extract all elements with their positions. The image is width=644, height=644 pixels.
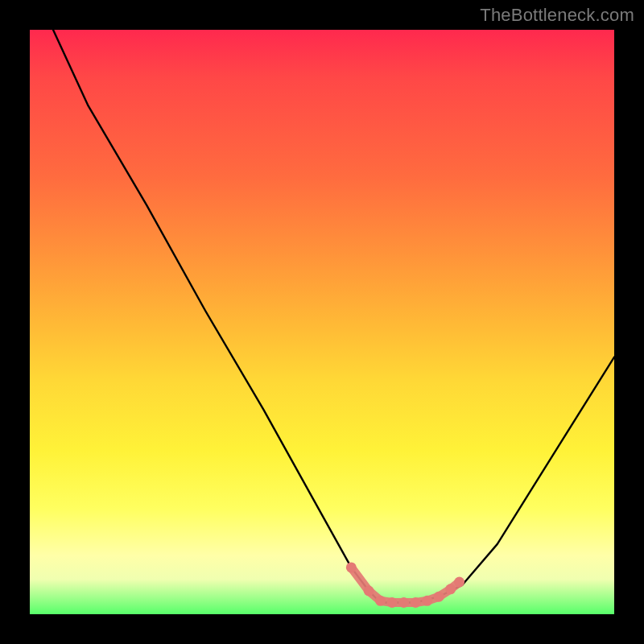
valley-marker-dot xyxy=(411,597,421,608)
chart-frame: TheBottleneck.com xyxy=(0,0,644,644)
valley-marker-dot xyxy=(387,597,398,608)
curve-path xyxy=(53,30,614,603)
watermark-text: TheBottleneck.com xyxy=(480,5,634,26)
valley-marker-dot xyxy=(346,562,357,572)
valley-marker-dot xyxy=(454,577,464,588)
valley-marker-dot xyxy=(434,592,444,602)
valley-marker-dot xyxy=(398,597,409,608)
valley-marker-dot xyxy=(364,586,374,597)
valley-marker-dot xyxy=(445,584,456,594)
bottleneck-curve xyxy=(30,30,614,614)
valley-marker-dot xyxy=(422,596,432,606)
valley-marker-dot xyxy=(375,596,386,606)
plot-area xyxy=(30,30,614,614)
